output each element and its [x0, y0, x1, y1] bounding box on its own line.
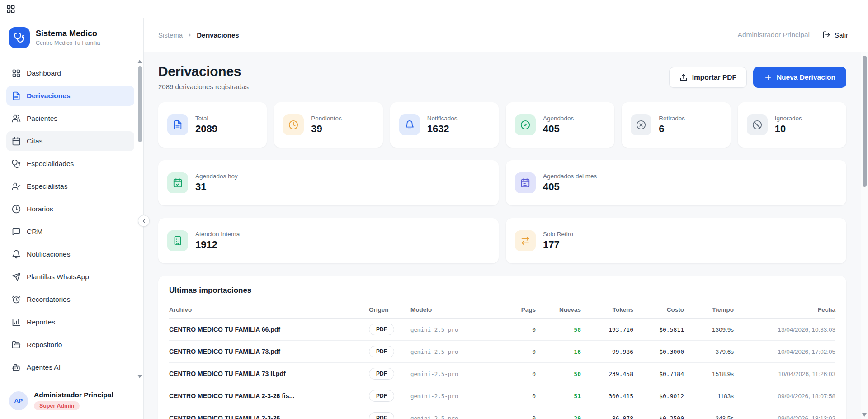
chevron-right-icon: [187, 32, 193, 38]
table-row[interactable]: CENTRO MEDICO TU FAMILIA 73 II.pdf PDF g…: [169, 363, 835, 385]
stat-card-agendados-mes: Agendados del mes 405: [506, 160, 846, 205]
sidebar-item-pacientes[interactable]: Pacientes: [6, 109, 134, 129]
page-subtitle: 2089 derivaciones registradas: [158, 83, 249, 90]
file-text-icon: [12, 91, 21, 100]
col-pags: Pags: [508, 302, 536, 319]
app-subtitle: Centro Medico Tu Familia: [36, 40, 100, 46]
bell-icon: [12, 250, 21, 259]
page-title: Derivaciones: [158, 64, 249, 79]
stethoscope-icon: [12, 159, 21, 168]
sidebar-item-crm[interactable]: CRM: [6, 222, 134, 242]
users-icon: [12, 114, 21, 123]
building-icon: [167, 230, 188, 251]
sidebar-header: Sistema Medico Centro Medico Tu Familia: [0, 18, 143, 57]
sidebar-item-horarios[interactable]: Horarios: [6, 199, 134, 219]
import-pdf-button[interactable]: Importar PDF: [669, 67, 747, 88]
transfer-arrows-icon: [515, 230, 536, 251]
pdf-badge: PDF: [369, 390, 394, 402]
scroll-down-icon[interactable]: [137, 375, 142, 378]
plus-icon: [764, 73, 772, 81]
pdf-badge: PDF: [369, 412, 394, 419]
sidebar-item-repositorio[interactable]: Repositorio: [6, 335, 134, 355]
check-circle-icon: [515, 114, 536, 135]
alarm-clock-icon: [12, 295, 21, 304]
x-circle-icon: [631, 114, 651, 135]
table-header-row: Archivo Origen Modelo Pags Nuevas Tokens…: [169, 302, 835, 319]
bell-icon: [399, 114, 420, 135]
bar-chart-icon: [12, 318, 21, 327]
header: Sistema Derivaciones Administrador Princ…: [144, 18, 868, 52]
browser-topbar: [0, 0, 868, 18]
file-name: CENTRO MEDICO TU FAMILIA 73 II.pdf: [169, 363, 369, 385]
stat-card-ignorados: Ignorados 10: [738, 102, 846, 148]
breadcrumb-current: Derivaciones: [197, 31, 239, 39]
model: gemini-2.5-pro: [410, 341, 508, 363]
file-text-icon: [167, 114, 188, 135]
pdf-badge: PDF: [369, 324, 394, 335]
page-scrollbar[interactable]: [861, 52, 868, 419]
table-row[interactable]: CENTRO MEDICO TU FAMILIA 2-3-26... PDF g…: [169, 407, 835, 419]
table-row[interactable]: CENTRO MEDICO TU FAMILIA 66.pdf PDF gemi…: [169, 319, 835, 341]
chevron-left-icon: [141, 218, 147, 224]
sidebar-item-dashboard[interactable]: Dashboard: [6, 63, 134, 83]
stat-card-notificados: Notificados 1632: [390, 102, 499, 148]
sidebar-item-agentes-ai[interactable]: Agentes AI: [6, 357, 134, 377]
sidebar-item-plantillas-whatsapp[interactable]: Plantillas WhatsApp: [6, 267, 134, 287]
sidebar-item-derivaciones[interactable]: Derivaciones: [6, 86, 134, 106]
sidebar-item-recordatorios[interactable]: Recordatorios: [6, 290, 134, 309]
scroll-up-icon[interactable]: [137, 60, 142, 63]
stat-card-agendados-hoy: Agendados hoy 31: [158, 160, 499, 205]
col-archivo: Archivo: [169, 302, 369, 319]
logout-button[interactable]: Salir: [822, 31, 848, 39]
page-scrollbar-thumb[interactable]: [863, 56, 867, 187]
stat-card-pendientes: Pendientes 39: [274, 102, 382, 148]
file-name: CENTRO MEDICO TU FAMILIA 2-3-26 fis...: [169, 385, 369, 407]
pdf-badge: PDF: [369, 346, 394, 357]
send-icon: [12, 272, 21, 281]
stat-card-agendados: Agendados 405: [506, 102, 614, 148]
latest-imports-card: Ultimas importaciones Archivo Origen Mod…: [158, 276, 846, 419]
clock-icon: [283, 114, 304, 135]
role-badge: Super Admin: [34, 401, 80, 410]
grid-icon: [12, 69, 21, 78]
sidebar-item-reportes[interactable]: Reportes: [6, 312, 134, 332]
robot-icon: [12, 363, 21, 372]
file-name: CENTRO MEDICO TU FAMILIA 2-3-26...: [169, 407, 369, 419]
stat-card-retirados: Retirados 6: [622, 102, 730, 148]
sidebar-user[interactable]: AP Administrador Principal Super Admin: [0, 382, 143, 419]
breadcrumb-root[interactable]: Sistema: [158, 31, 183, 39]
imports-table: Archivo Origen Modelo Pags Nuevas Tokens…: [169, 302, 835, 419]
sidebar-item-notificaciones[interactable]: Notificaciones: [6, 244, 134, 264]
table-row[interactable]: CENTRO MEDICO TU FAMILIA 73.pdf PDF gemi…: [169, 341, 835, 363]
app-grid-icon[interactable]: [6, 5, 15, 14]
sidebar-item-citas[interactable]: Citas: [6, 131, 134, 151]
sidebar-collapse-button[interactable]: [138, 215, 150, 227]
calendar-icon: [12, 137, 21, 146]
user-name: Administrador Principal: [34, 391, 113, 399]
model: gemini-2.5-pro: [410, 407, 508, 419]
sidebar-nav: Dashboard Derivaciones Pacientes: [0, 57, 143, 382]
col-tiempo: Tiempo: [684, 302, 734, 319]
new-derivation-button[interactable]: Nueva Derivacion: [753, 67, 846, 88]
sidebar-item-especialidades[interactable]: Especialidades: [6, 154, 134, 174]
col-tokens: Tokens: [581, 302, 633, 319]
file-name: CENTRO MEDICO TU FAMILIA 73.pdf: [169, 341, 369, 363]
col-fecha: Fecha: [734, 302, 835, 319]
sidebar-scrollbar-thumb[interactable]: [138, 66, 142, 142]
stat-card-atencion-interna: Atencion Interna 1912: [158, 218, 499, 263]
table-row[interactable]: CENTRO MEDICO TU FAMILIA 2-3-26 fis... P…: [169, 385, 835, 407]
app-name: Sistema Medico: [36, 29, 100, 39]
folder-icon: [12, 340, 21, 349]
pdf-badge: PDF: [369, 368, 394, 380]
user-check-icon: [12, 182, 21, 191]
clock-icon: [12, 205, 21, 214]
upload-icon: [679, 73, 688, 81]
scroll-down-icon[interactable]: [862, 413, 867, 417]
stat-card-solo-retiro: Solo Retiro 177: [506, 218, 846, 263]
model: gemini-2.5-pro: [410, 363, 508, 385]
calendar-icon: [515, 172, 536, 193]
model: gemini-2.5-pro: [410, 319, 508, 341]
sidebar-item-especialistas[interactable]: Especialistas: [6, 176, 134, 196]
calendar-check-icon: [167, 172, 188, 193]
col-origen: Origen: [369, 302, 410, 319]
